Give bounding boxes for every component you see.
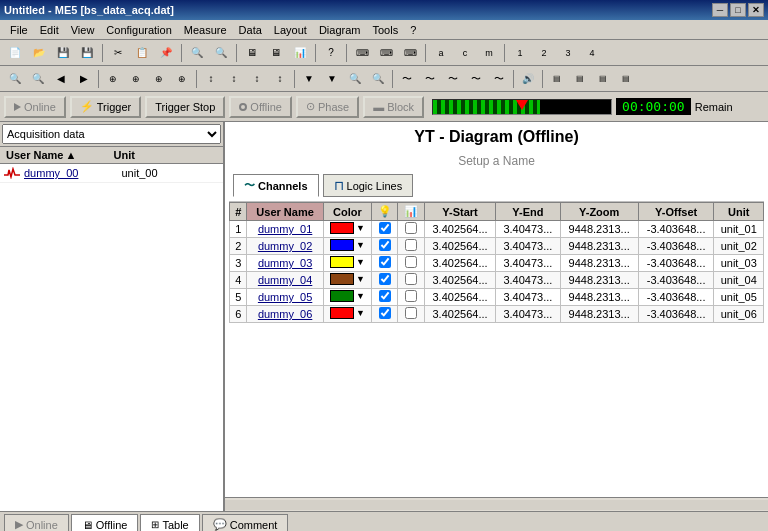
wave4-button[interactable]: 〜 <box>465 68 487 90</box>
bottom-tab-online[interactable]: ▶ Online <box>4 514 69 532</box>
abc2-button[interactable]: c <box>454 42 476 64</box>
speaker-button[interactable]: 🔊 <box>517 68 539 90</box>
chart-checkbox[interactable] <box>405 256 417 268</box>
panel-row-name[interactable]: dummy_00 <box>24 167 122 179</box>
menu-tools[interactable]: Tools <box>366 22 404 38</box>
scroll-right-button[interactable]: ▶ <box>73 68 95 90</box>
color-dropdown[interactable]: ▼ <box>356 291 365 301</box>
zoom-mag2-button[interactable]: 🔍 <box>367 68 389 90</box>
cursor3-button[interactable]: ⊕ <box>148 68 170 90</box>
cell-name[interactable]: dummy_01 <box>247 221 323 238</box>
cell-name[interactable]: dummy_06 <box>247 306 323 323</box>
color-dropdown[interactable]: ▼ <box>356 240 365 250</box>
nav2-button[interactable]: ↕ <box>223 68 245 90</box>
menu-edit[interactable]: Edit <box>34 22 65 38</box>
cell-name[interactable]: dummy_04 <box>247 272 323 289</box>
down-arrow-button[interactable]: ▼ <box>298 68 320 90</box>
cell-visible[interactable] <box>371 238 397 255</box>
num4-button[interactable]: 4 <box>581 42 603 64</box>
menu-view[interactable]: View <box>65 22 101 38</box>
abc-button[interactable]: a <box>430 42 452 64</box>
maximize-button[interactable]: □ <box>730 3 746 17</box>
cell-chart[interactable] <box>398 306 424 323</box>
menu-help[interactable]: ? <box>404 22 422 38</box>
phase-button[interactable]: ⊙ Phase <box>296 96 359 118</box>
cell-color[interactable]: ▼ <box>323 221 371 238</box>
visible-checkbox[interactable] <box>379 239 391 251</box>
zoom-in-button[interactable]: 🔍 <box>4 68 26 90</box>
menu-diagram[interactable]: Diagram <box>313 22 367 38</box>
bottom-tab-offline[interactable]: 🖥 Offline <box>71 514 139 532</box>
color-dropdown[interactable]: ▼ <box>356 274 365 284</box>
display2-button[interactable]: 🖥 <box>265 42 287 64</box>
cell-color[interactable]: ▼ <box>323 306 371 323</box>
cell-chart[interactable] <box>398 221 424 238</box>
counter2-button[interactable]: ⌨ <box>375 42 397 64</box>
menu-file[interactable]: File <box>4 22 34 38</box>
counter3-button[interactable]: ⌨ <box>399 42 421 64</box>
cell-visible[interactable] <box>371 255 397 272</box>
chart-checkbox[interactable] <box>405 290 417 302</box>
visible-checkbox[interactable] <box>379 222 391 234</box>
wave-button[interactable]: 〜 <box>396 68 418 90</box>
find-button[interactable]: 🔍 <box>186 42 208 64</box>
color-dropdown[interactable]: ▼ <box>356 308 365 318</box>
cursor-button[interactable]: ⊕ <box>102 68 124 90</box>
menu-layout[interactable]: Layout <box>268 22 313 38</box>
display3-button[interactable]: 📊 <box>289 42 311 64</box>
display-button[interactable]: 🖥 <box>241 42 263 64</box>
chart-checkbox[interactable] <box>405 307 417 319</box>
counter-button[interactable]: ⌨ <box>351 42 373 64</box>
zoom-out-button[interactable]: 🔍 <box>27 68 49 90</box>
cell-chart[interactable] <box>398 272 424 289</box>
new-button[interactable]: 📄 <box>4 42 26 64</box>
cut-button[interactable]: ✂ <box>107 42 129 64</box>
cell-visible[interactable] <box>371 221 397 238</box>
cell-name[interactable]: dummy_05 <box>247 289 323 306</box>
cell-color[interactable]: ▼ <box>323 255 371 272</box>
color-dropdown[interactable]: ▼ <box>356 223 365 233</box>
data-table-container[interactable]: # User Name Color 💡 📊 Y-Start Y-End Y-Zo… <box>229 201 764 497</box>
cell-chart[interactable] <box>398 289 424 306</box>
chart-checkbox[interactable] <box>405 273 417 285</box>
cursor2-button[interactable]: ⊕ <box>125 68 147 90</box>
cursor4-button[interactable]: ⊕ <box>171 68 193 90</box>
find2-button[interactable]: 🔍 <box>210 42 232 64</box>
chart-checkbox[interactable] <box>405 239 417 251</box>
num1-button[interactable]: 1 <box>509 42 531 64</box>
open-button[interactable]: 📂 <box>28 42 50 64</box>
nav-button[interactable]: ↕ <box>200 68 222 90</box>
table-hscroll[interactable] <box>225 497 768 511</box>
visible-checkbox[interactable] <box>379 290 391 302</box>
block-button[interactable]: ▬ Block <box>363 96 424 118</box>
bottom-tab-table[interactable]: ⊞ Table <box>140 514 199 532</box>
copy-button[interactable]: 📋 <box>131 42 153 64</box>
wave2-button[interactable]: 〜 <box>419 68 441 90</box>
bottom-tab-comment[interactable]: 💬 Comment <box>202 514 289 532</box>
extra4-button[interactable]: ▤ <box>615 68 637 90</box>
cell-chart[interactable] <box>398 255 424 272</box>
num2-button[interactable]: 2 <box>533 42 555 64</box>
trigger-button[interactable]: ⚡ Trigger <box>70 96 141 118</box>
nav4-button[interactable]: ↕ <box>269 68 291 90</box>
minimize-button[interactable]: ─ <box>712 3 728 17</box>
menu-configuration[interactable]: Configuration <box>100 22 177 38</box>
tool1-button[interactable]: ? <box>320 42 342 64</box>
menu-data[interactable]: Data <box>233 22 268 38</box>
cell-visible[interactable] <box>371 289 397 306</box>
cell-color[interactable]: ▼ <box>323 238 371 255</box>
cell-chart[interactable] <box>398 238 424 255</box>
tab-logic-lines[interactable]: ⊓ Logic Lines <box>323 174 414 197</box>
cell-name[interactable]: dummy_02 <box>247 238 323 255</box>
cell-color[interactable]: ▼ <box>323 272 371 289</box>
extra3-button[interactable]: ▤ <box>592 68 614 90</box>
abc3-button[interactable]: m <box>478 42 500 64</box>
online-button[interactable]: Online <box>4 96 66 118</box>
cell-name[interactable]: dummy_03 <box>247 255 323 272</box>
down-arrow2-button[interactable]: ▼ <box>321 68 343 90</box>
wave3-button[interactable]: 〜 <box>442 68 464 90</box>
wave5-button[interactable]: 〜 <box>488 68 510 90</box>
color-dropdown[interactable]: ▼ <box>356 257 365 267</box>
acquisition-data-dropdown[interactable]: Acquisition data <box>2 124 221 144</box>
visible-checkbox[interactable] <box>379 273 391 285</box>
